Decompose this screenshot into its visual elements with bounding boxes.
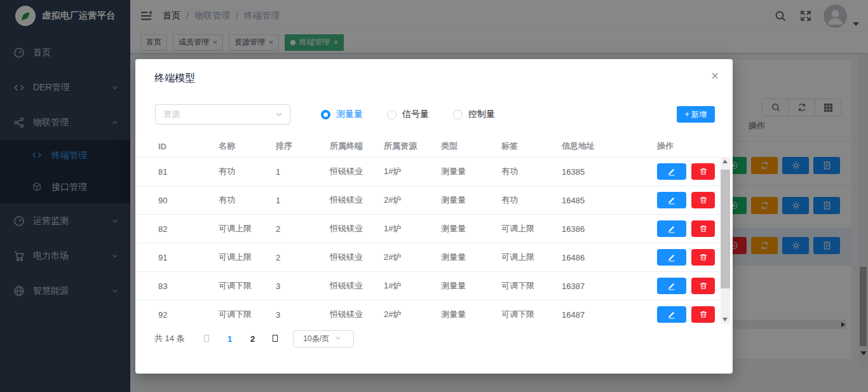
radio-label: 控制量 [468, 109, 495, 120]
cell-name: 可调下限 [219, 280, 276, 292]
cell-sort: 3 [276, 281, 330, 291]
edit-button[interactable] [657, 163, 686, 180]
cell-resource: 2#炉 [384, 252, 441, 263]
next-page-button[interactable] [273, 334, 278, 344]
edit-button[interactable] [657, 249, 686, 266]
next-arrow-glyph [273, 335, 278, 342]
edit-button[interactable] [657, 192, 686, 208]
radio-icon [321, 110, 330, 119]
radio-signal[interactable]: 信号量 [387, 109, 429, 120]
cell-tag: 有功 [501, 194, 562, 206]
page-2-button[interactable]: 2 [250, 334, 256, 344]
radio-control[interactable]: 控制量 [453, 109, 495, 120]
cell-id: 90 [158, 196, 219, 205]
col-header-actions: 操作 [657, 140, 720, 152]
cell-name: 可调上限 [219, 252, 276, 263]
radio-measure[interactable]: 测量量 [321, 109, 363, 120]
table-row: 81 有功 1 恒锐镁业 1#炉 测量量 有功 16385 [135, 158, 720, 186]
cell-resource: 2#炉 [384, 194, 441, 206]
cell-resource: 1#炉 [384, 166, 441, 177]
col-header-type: 类型 [441, 140, 501, 152]
cell-sort: 1 [276, 167, 330, 177]
cell-address: 16386 [562, 224, 657, 234]
pagination-total: 共 14 条 [154, 333, 185, 344]
table-vertical-scrollbar[interactable] [721, 157, 730, 324]
cell-tag: 可调下限 [501, 280, 562, 292]
cell-type: 测量量 [441, 194, 501, 206]
resource-select[interactable]: 资源 [155, 104, 290, 125]
type-radio-group: 测量量 信号量 控制量 [321, 109, 495, 120]
cell-type: 测量量 [441, 166, 501, 177]
cell-address: 16486 [562, 253, 657, 262]
col-header-terminal: 所属终端 [330, 140, 384, 152]
delete-button[interactable] [691, 306, 715, 323]
cell-tag: 可调上限 [501, 252, 562, 263]
cell-sort: 3 [276, 310, 330, 320]
close-icon[interactable]: × [711, 69, 719, 82]
cell-tag: 可调上限 [501, 223, 562, 234]
cell-id: 92 [158, 310, 219, 320]
delete-button[interactable] [691, 278, 715, 294]
cell-address: 16487 [562, 310, 657, 320]
page-1-button[interactable]: 1 [227, 334, 233, 344]
cell-tag: 可调下限 [501, 309, 562, 320]
cell-terminal: 恒锐镁业 [330, 309, 384, 320]
dialog-filter-row: 资源 测量量 信号量 控制量 + 新增 [155, 104, 715, 125]
cell-terminal: 恒锐镁业 [330, 280, 384, 292]
prev-page-button[interactable] [204, 334, 209, 344]
edit-button[interactable] [657, 220, 686, 237]
cell-name: 可调上限 [219, 223, 276, 234]
cell-actions [657, 306, 720, 323]
table-row: 90 有功 1 恒锐镁业 2#炉 测量量 有功 16485 [135, 186, 720, 215]
col-header-resource: 所属资源 [384, 140, 441, 152]
cell-resource: 1#炉 [384, 223, 441, 234]
delete-button[interactable] [691, 192, 715, 208]
col-header-name: 名称 [219, 140, 276, 152]
cell-actions [657, 192, 720, 208]
table-header-row: ID 名称 排序 所属终端 所属资源 类型 标签 信息地址 操作 [135, 135, 720, 157]
pagination: 共 14 条 1 2 10条/页 [154, 328, 354, 349]
cell-resource: 1#炉 [384, 280, 441, 292]
cell-sort: 2 [276, 253, 330, 262]
table-row: 91 可调上限 2 恒锐镁业 2#炉 测量量 可调上限 16486 [135, 243, 720, 272]
edit-button[interactable] [657, 306, 686, 323]
cell-type: 测量量 [441, 280, 501, 292]
radio-icon [387, 110, 397, 119]
edit-button[interactable] [657, 278, 686, 294]
cell-terminal: 恒锐镁业 [330, 252, 384, 263]
scroll-down-arrow-icon[interactable] [722, 318, 728, 321]
scrollbar-thumb[interactable] [721, 170, 730, 288]
table-body: 81 有功 1 恒锐镁业 1#炉 测量量 有功 16385 90 有功 1 恒锐… [135, 157, 720, 324]
cell-actions [657, 163, 720, 180]
cell-sort: 2 [276, 224, 330, 234]
page-size-select[interactable]: 10条/页 [293, 330, 354, 348]
cell-name: 有功 [219, 166, 276, 177]
col-header-address: 信息地址 [562, 140, 657, 152]
cell-actions [657, 278, 720, 294]
col-header-id: ID [158, 142, 219, 151]
cell-actions [657, 249, 720, 266]
select-placeholder: 资源 [163, 109, 180, 120]
radio-icon [453, 110, 463, 119]
delete-button[interactable] [691, 163, 715, 180]
scroll-up-arrow-icon[interactable] [722, 159, 728, 163]
cell-name: 有功 [219, 194, 276, 206]
add-button[interactable]: + 新增 [677, 106, 715, 123]
delete-button[interactable] [691, 220, 715, 237]
cell-terminal: 恒锐镁业 [330, 194, 384, 206]
page-size-value: 10条/页 [303, 334, 329, 344]
cell-id: 82 [158, 224, 219, 234]
cell-resource: 2#炉 [384, 309, 441, 320]
cell-address: 16387 [562, 281, 657, 291]
delete-button[interactable] [691, 249, 715, 266]
table-row: 82 可调上限 2 恒锐镁业 1#炉 测量量 可调上限 16386 [135, 215, 720, 243]
table-row: 92 可调下限 3 恒锐镁业 2#炉 测量量 可调下限 16487 [135, 301, 720, 324]
cell-terminal: 恒锐镁业 [330, 223, 384, 234]
dialog-title: 终端模型 [154, 72, 195, 85]
terminal-model-dialog: 终端模型 × 资源 测量量 信号量 控制量 + 新增 ID 名称 排序 所属终端… [135, 59, 733, 374]
cell-type: 测量量 [441, 223, 501, 234]
chevron-down-icon [334, 334, 343, 343]
cell-address: 16485 [562, 196, 657, 205]
cell-id: 83 [158, 281, 219, 291]
cell-tag: 有功 [501, 166, 562, 177]
